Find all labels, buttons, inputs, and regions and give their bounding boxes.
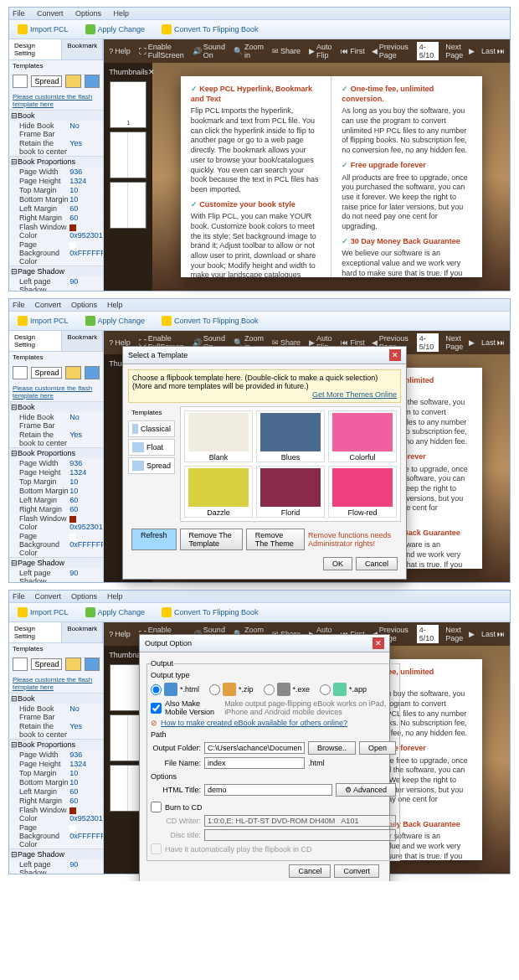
template-thumb-icon[interactable]: [13, 75, 28, 88]
sound-button[interactable]: 🔊 Sound On: [193, 43, 225, 59]
prop-row[interactable]: Flash Window Color0x952301: [9, 805, 103, 823]
convert-button[interactable]: Convert To Flipping Book: [157, 606, 263, 619]
close-icon[interactable]: ✕: [389, 349, 401, 361]
ok-button[interactable]: OK: [323, 557, 352, 570]
prev-button[interactable]: ◀ Previous Page: [372, 43, 410, 59]
prop-row[interactable]: Hide Book Frame BarNo: [9, 121, 103, 138]
prop-row[interactable]: Left page Shadow90: [9, 859, 103, 874]
page-input[interactable]: 4-5/10: [417, 42, 439, 60]
prop-row[interactable]: Retain the book to centerYes: [9, 138, 103, 156]
prop-group[interactable]: ⊟Book Proportions: [9, 447, 103, 458]
zoom-button[interactable]: 🔍 Zoom in: [234, 43, 264, 59]
thumb-1[interactable]: 1: [110, 81, 146, 128]
prop-row[interactable]: Retain the book to centerYes: [9, 721, 103, 739]
template-cell-florid[interactable]: Florid: [256, 466, 325, 518]
menu-options[interactable]: Options: [75, 9, 101, 18]
template-browse-icon[interactable]: [65, 75, 80, 88]
prop-row[interactable]: Right Margin60: [9, 796, 103, 805]
prop-row[interactable]: Page Height1324: [9, 759, 103, 768]
import-pcl-button[interactable]: Import PCL: [13, 23, 74, 36]
template-cell-dazzle[interactable]: Dazzle: [184, 466, 253, 518]
convert-button[interactable]: Convert To Flipping Book: [157, 314, 263, 328]
prop-group[interactable]: ⊟Page Shadow: [9, 848, 103, 859]
share-button[interactable]: ✉ Share: [272, 47, 301, 55]
prop-group[interactable]: ⊟Book Proportions: [9, 156, 103, 167]
radio-zip[interactable]: *.zip: [209, 683, 254, 696]
html-title-input[interactable]: [204, 784, 332, 796]
prop-row[interactable]: Hide Book Frame BarNo: [9, 412, 103, 430]
prop-row[interactable]: Page Height1324: [9, 176, 103, 185]
prop-row[interactable]: Top Margin10: [9, 185, 103, 194]
prop-row[interactable]: Page Height1324: [9, 467, 103, 477]
prop-row[interactable]: Left Margin60: [9, 787, 103, 796]
radio-app[interactable]: *.app: [320, 683, 367, 696]
prop-row[interactable]: Bottom Margin10: [9, 194, 103, 204]
prop-row[interactable]: Flash Window Color0x952301: [9, 513, 103, 531]
tab-bookmark[interactable]: Bookmark: [62, 39, 103, 59]
filename-input[interactable]: [204, 757, 305, 769]
convert-button[interactable]: Convert: [334, 864, 379, 878]
prop-row[interactable]: Hide Book Frame BarNo: [9, 704, 103, 721]
prop-group[interactable]: ⊟Page Shadow: [9, 557, 103, 568]
prop-row[interactable]: Right Margin60: [9, 213, 103, 222]
category-spread[interactable]: Spread: [128, 457, 175, 474]
share-help-link[interactable]: How to make created eBook available for …: [161, 719, 347, 727]
close-icon[interactable]: ✕: [373, 637, 384, 649]
refresh-button[interactable]: Refresh: [131, 529, 177, 550]
prop-row[interactable]: Page Background Color0xFFFFFF: [9, 240, 103, 266]
prop-row[interactable]: Left page Shadow90: [9, 568, 103, 582]
template-save-icon[interactable]: [85, 75, 100, 88]
prop-group[interactable]: ⊟Page Shadow: [9, 266, 103, 276]
radio-html[interactable]: *.html: [151, 683, 199, 696]
prop-group[interactable]: ⊟Book: [9, 693, 103, 704]
radio-exe[interactable]: *.exe: [264, 683, 311, 696]
help-button[interactable]: ? Help: [109, 47, 131, 55]
book-spread[interactable]: Keep PCL Hyperlink, Bookmark and TextFli…: [181, 76, 482, 277]
apply-change-button[interactable]: Apply Change: [80, 23, 151, 36]
menu-file[interactable]: File: [13, 9, 25, 18]
prop-row[interactable]: Bottom Margin10: [9, 486, 103, 495]
prop-group[interactable]: ⊟Book: [9, 401, 103, 412]
prop-row[interactable]: Right Margin60: [9, 504, 103, 513]
burn-cd-checkbox[interactable]: [151, 802, 162, 812]
template-cell-flow-red[interactable]: Flow-red: [328, 466, 397, 518]
prop-row[interactable]: Page Width936: [9, 167, 103, 176]
prop-group[interactable]: ⊟Book: [9, 110, 103, 121]
browse-button[interactable]: Browse..: [308, 741, 356, 755]
import-pcl-button[interactable]: Import PCL: [13, 606, 74, 619]
advanced-button[interactable]: ⚙ Advanced: [336, 783, 396, 797]
open-button[interactable]: Open: [359, 741, 396, 755]
fullscreen-button[interactable]: ⛶ Enable FullScreen: [139, 43, 184, 59]
prop-row[interactable]: Left page Shadow90: [9, 276, 103, 291]
prop-row[interactable]: Left Margin60: [9, 204, 103, 213]
remove-theme-button[interactable]: Remove The Theme: [246, 529, 305, 550]
apply-change-button[interactable]: Apply Change: [80, 606, 151, 619]
category-float[interactable]: Float: [128, 439, 175, 456]
more-themes-link[interactable]: Get More Themes Online: [312, 390, 397, 399]
template-select[interactable]: Spread: [31, 75, 62, 87]
prop-row[interactable]: Top Margin10: [9, 768, 103, 777]
template-cell-blank[interactable]: Blank: [184, 410, 253, 462]
prop-row[interactable]: Page Background Color0xFFFFFF: [9, 823, 103, 848]
prop-row[interactable]: Left Margin60: [9, 495, 103, 504]
remove-template-button[interactable]: Remove The Template: [180, 529, 243, 550]
first-button[interactable]: ⏮ First: [341, 47, 365, 55]
prop-row[interactable]: Top Margin10: [9, 477, 103, 486]
customize-link[interactable]: Please customize the flash template here: [9, 91, 103, 110]
prop-row[interactable]: Flash Window Color0x952301: [9, 222, 103, 240]
cancel-button[interactable]: Cancel: [356, 557, 398, 570]
thumb-2-3[interactable]: [110, 132, 146, 178]
prop-row[interactable]: Bottom Margin10: [9, 777, 103, 787]
menu-convert[interactable]: Convert: [37, 9, 64, 18]
menu-help[interactable]: Help: [114, 9, 130, 18]
tab-design-setting[interactable]: Design Setting: [9, 39, 62, 59]
template-cell-colorful[interactable]: Colorful: [328, 410, 397, 462]
category-classical[interactable]: Classical: [128, 420, 175, 437]
convert-button[interactable]: Convert To Flipping Book: [157, 23, 263, 36]
prop-row[interactable]: Page Width936: [9, 750, 103, 759]
cancel-button[interactable]: Cancel: [289, 864, 331, 878]
thumb-4-5[interactable]: [110, 182, 146, 229]
prop-row[interactable]: Page Background Color0xFFFFFF: [9, 531, 103, 557]
prop-group[interactable]: ⊟Book Proportions: [9, 739, 103, 750]
mobile-checkbox[interactable]: [151, 703, 162, 714]
